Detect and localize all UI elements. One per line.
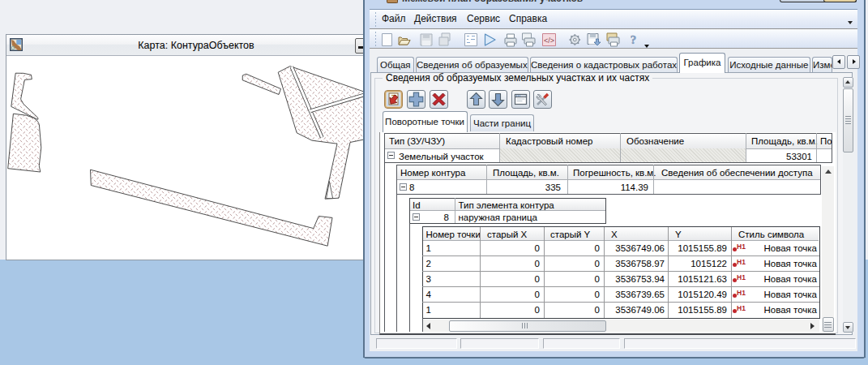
svg-text:?: ? <box>631 33 637 46</box>
svg-text:</>: </> <box>544 36 554 45</box>
